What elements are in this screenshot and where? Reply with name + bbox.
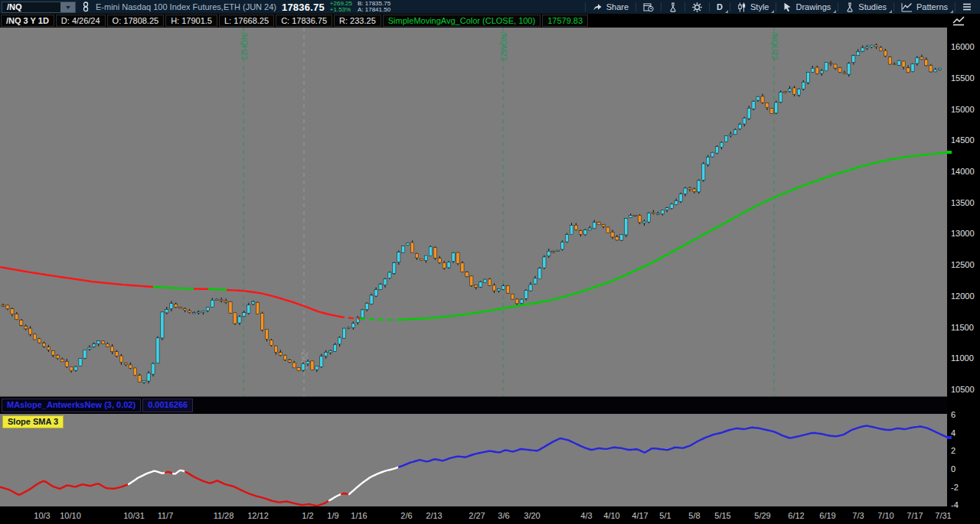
date-tick: 2/13 (426, 511, 442, 520)
date-tick: 1/2 (302, 511, 313, 520)
axis-scale-icon[interactable] (952, 16, 965, 26)
pattern-icon (901, 2, 913, 12)
date-tick: 7/10 (877, 511, 893, 520)
date-tick: 10/3 (34, 511, 50, 520)
date-tick: 1/9 (327, 511, 338, 520)
date-tick: 10/10 (60, 511, 81, 520)
settings-button[interactable] (685, 0, 709, 14)
ohlc-cell: H: 17901.5 (165, 15, 217, 27)
beaker-icon (845, 2, 854, 12)
interval-button-label: D (717, 2, 723, 11)
last-price: 17836.75 (282, 2, 325, 13)
svg-text:/NQU23: /NQU23 (770, 32, 779, 60)
date-tick: 2/27 (469, 511, 485, 520)
slope-tick: -4 (951, 500, 959, 509)
study-name-cell[interactable]: MAslope_AntwerksNew (3, 0.02) (2, 399, 141, 412)
price-tick: 12000 (951, 291, 975, 301)
link-chain-icon[interactable] (81, 2, 90, 12)
study-value-cell: 0.0016266 (142, 399, 193, 412)
top-toolbar: /NQ E-mini Nasdaq 100 Index Futures,ETH … (0, 0, 980, 14)
menu-button[interactable] (956, 0, 978, 14)
date-tick: 11/7 (158, 511, 174, 520)
price-axis[interactable]: 1600015500150001450014000135001300012500… (947, 14, 980, 524)
date-tick: 5/1 (659, 511, 671, 520)
style-button[interactable]: Style (730, 0, 776, 14)
slope-tick: 0 (951, 464, 956, 474)
date-tick: 3/6 (498, 511, 509, 520)
trading-platform-window: /NQ E-mini Nasdaq 100 Index Futures,ETH … (0, 0, 980, 524)
symbol-input[interactable]: /NQ (2, 2, 76, 13)
interval-button[interactable]: D (710, 0, 730, 14)
price-tick: 14000 (951, 167, 975, 176)
ohlc-header-row: /NQ 3 Y 1DD: 4/26/24O: 17808.25H: 17901.… (0, 14, 947, 28)
candles-icon (737, 2, 746, 12)
bid-ask: B: 17835.75 A: 17841.50 (358, 1, 390, 13)
date-tick: 5/15 (714, 511, 730, 520)
calendar-button[interactable] (636, 0, 661, 14)
price-tick: 11000 (951, 353, 974, 363)
slope-study-panel[interactable] (0, 414, 947, 506)
date-tick: 7/3 (852, 511, 864, 520)
change-percent: +1.53% (330, 7, 352, 13)
studies-button-label: Studies (858, 2, 887, 11)
ask-value: A: 17841.50 (358, 7, 390, 13)
date-tick: 3/20 (524, 511, 540, 520)
price-tick: 15500 (951, 73, 975, 83)
price-tick: 10500 (951, 385, 975, 394)
date-tick: 7/17 (906, 511, 923, 520)
beaker-icon (668, 2, 678, 12)
symbol-dropdown-button[interactable] (60, 2, 75, 12)
calendar-icon (643, 2, 654, 12)
date-tick: 4/3 (580, 511, 592, 520)
slope-sma-badge: Slope SMA 3 (2, 415, 64, 428)
patterns-button[interactable]: Patterns (894, 0, 955, 14)
main-price-chart[interactable]: /NQH232022/NQM23/NQU23 (0, 28, 947, 396)
chevron-down-icon (66, 6, 70, 11)
candlestick-chart-svg[interactable]: /NQH232022/NQM23/NQU23 (0, 28, 947, 396)
ohlc-cell: O: 17808.25 (107, 15, 165, 27)
corner-caret-icon (771, 10, 774, 13)
drawings-button[interactable]: Drawings (776, 0, 838, 14)
lower-study-header: MAslope_AntwerksNew (3, 0.02) 0.0016266 (0, 396, 947, 414)
price-tick: 12500 (951, 260, 975, 269)
study-value-cell: 17579.83 (542, 15, 588, 27)
date-tick: 5/29 (754, 511, 770, 520)
slope-line-chart-svg[interactable] (0, 414, 947, 506)
studies-button[interactable]: Studies (838, 0, 893, 14)
share-icon (593, 2, 603, 11)
corner-caret-icon (950, 10, 953, 13)
price-tick: 15000 (951, 105, 975, 114)
style-button-label: Style (750, 2, 769, 11)
price-tick: 13000 (951, 229, 975, 238)
price-tick: 13500 (951, 198, 975, 207)
date-axis[interactable]: 10/310/1010/3111/711/2812/121/21/91/162/… (0, 506, 947, 524)
date-tick: 11/28 (214, 511, 234, 520)
date-tick: 12/12 (247, 511, 269, 520)
price-tick: 11500 (951, 323, 974, 332)
ohlc-cell: C: 17836.75 (276, 15, 332, 27)
date-tick: 6/12 (788, 511, 804, 520)
date-tick: 10/31 (123, 511, 145, 520)
share-button-label: Share (606, 2, 629, 11)
date-tick: 2/6 (400, 511, 412, 520)
corner-caret-icon (889, 10, 892, 13)
study-label-cell[interactable]: SimpleMovingAvg_Color (CLOSE, 100) (383, 15, 541, 27)
cursor-icon (783, 2, 792, 12)
price-change: +269.25 +1.53% (330, 1, 352, 13)
price-tick: 16000 (951, 42, 975, 51)
patterns-button-label: Patterns (916, 2, 948, 11)
slope-axis-marker (947, 436, 952, 439)
sma-axis-marker (947, 151, 952, 154)
share-button[interactable]: Share (586, 0, 635, 14)
date-tick: 7/31 (935, 511, 951, 520)
tests-button[interactable] (662, 0, 684, 14)
date-tick: 1/16 (351, 511, 367, 520)
svg-text:/NQH23: /NQH23 (240, 32, 248, 60)
gear-icon (692, 2, 702, 12)
ohlc-cell: L: 17668.25 (219, 15, 274, 27)
date-tick: 4/10 (603, 511, 619, 520)
instrument-title: E-mini Nasdaq 100 Index Futures,ETH (JUN… (96, 2, 276, 11)
drawings-button-label: Drawings (795, 2, 831, 11)
slope-tick: 2 (951, 446, 956, 455)
symbol-text: /NQ (7, 2, 22, 11)
